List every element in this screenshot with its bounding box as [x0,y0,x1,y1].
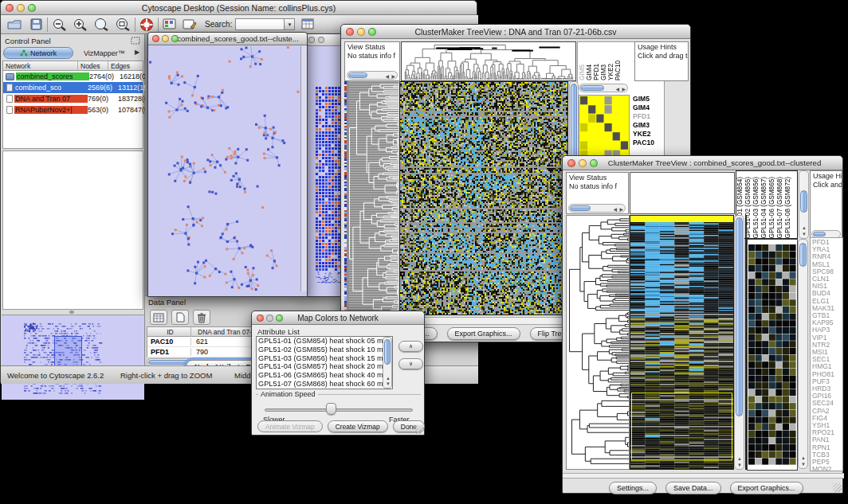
inactive-minimize-button[interactable] [318,37,324,43]
resize-grip[interactable] [414,425,423,434]
dialog-button[interactable]: Create Vizmap [328,420,388,432]
network-row[interactable]: combined_scores 2764(0) 16218(0) [3,71,143,82]
network-graph-canvas[interactable] [149,46,300,291]
attribute-option[interactable]: GPL51-04 (GSM857) heat shock 20 min [257,362,392,371]
scroll-up-arrow[interactable]: ▲ [737,456,742,461]
search-input[interactable] [235,18,285,30]
zoom-selected-icon[interactable] [93,18,109,32]
treeview1-status-hscrollbar[interactable]: ◀ ▶ [347,71,398,80]
zoom-button[interactable] [171,35,179,42]
new-attribute-button[interactable] [171,310,189,325]
zoom-button[interactable] [368,28,376,36]
inactive-close-button[interactable] [308,37,315,43]
treeview2-zoom-heatmap-canvas[interactable] [747,239,798,471]
column-label[interactable]: YKE2 [607,64,614,80]
tab-vizmapper[interactable]: VizMapper™ [84,49,125,57]
tab-overflow-arrow[interactable]: ▶ [135,49,139,56]
scroll-left-arrow[interactable]: ◀ [613,207,617,212]
dialog-controls[interactable] [257,315,283,322]
row-label[interactable]: GIM4 [633,104,654,112]
scroll-thumb[interactable] [736,217,743,416]
attribute-list-vscrollbar[interactable]: ▲ ▼ [383,337,392,389]
snapshot-icon[interactable] [183,18,197,31]
scroll-up-arrow[interactable]: ▲ [801,455,806,460]
close-button[interactable] [152,35,159,42]
column-label[interactable]: PAC10 [614,61,622,80]
close-button[interactable] [346,28,354,36]
scroll-down-arrow[interactable]: ▼ [386,381,391,386]
minimize-button[interactable] [17,4,25,12]
minimize-button[interactable] [357,28,365,36]
close-button[interactable] [257,315,264,322]
zoom-button[interactable] [276,315,283,322]
treeview2-controls[interactable] [567,159,598,167]
save-icon[interactable] [29,18,43,31]
treeview2-column-dendrogram[interactable] [630,172,735,214]
treeview1-controls[interactable] [346,28,376,36]
scroll-thumb[interactable] [384,339,391,365]
dialog-titlebar[interactable]: Map Colors to Network [252,311,424,325]
attribute-option[interactable]: GPL51-03 (GSM856) heat shock 15 min [257,354,392,363]
treeview2-titlebar[interactable]: ClusterMaker TreeView : combined_scores_… [563,156,842,170]
import-table-icon[interactable] [301,18,316,31]
minimize-button[interactable] [579,159,587,167]
scroll-up-arrow[interactable]: ▲ [386,376,391,381]
row-label[interactable]: PAC10 [633,139,654,147]
minimize-button[interactable] [162,35,169,42]
network-row[interactable]: DNA and Tran 07 769(0) 183728(0) [3,93,143,104]
scroll-left-arrow[interactable]: ◀ [615,87,619,92]
treeview2-button[interactable]: Save Data... [665,482,721,494]
scroll-right-arrow[interactable]: ▶ [619,207,623,212]
row-label[interactable]: GIM5 [633,95,654,104]
zoom-in-icon[interactable] [73,18,88,32]
move-up-button[interactable]: ∧ [398,341,423,352]
search-dropdown-button[interactable]: ▼ [285,18,295,30]
column-label[interactable]: GPL51-08 (GSM872) [784,177,792,238]
open-folder-icon[interactable] [7,18,22,31]
scroll-thumb[interactable] [580,85,604,91]
treeview2-heatmap-canvas[interactable] [630,215,734,470]
scroll-thumb[interactable] [799,243,807,267]
treeview1-heatmap-canvas[interactable] [399,81,568,315]
zoom-button[interactable] [590,159,598,167]
treeview1-zoom-hscrollbar[interactable]: ◀ ▶ [579,84,628,92]
scroll-thumb[interactable] [348,72,367,78]
panel-layout-icon[interactable] [163,18,177,31]
column-label[interactable]: PFD1 [593,64,600,80]
attribute-option[interactable]: GPL51-01 (GSM854) heat shock 05 min [257,337,392,346]
gene-label[interactable]: MON2 [812,466,842,471]
window-controls[interactable] [6,4,36,12]
main-titlebar[interactable]: Cytoscape Desktop (Session Name: collins… [1,1,477,15]
close-button[interactable] [567,159,575,167]
network-row[interactable]: combined_sco 2569(6) 13112(15) [3,82,143,93]
scroll-right-arrow[interactable]: ▶ [391,74,395,79]
treeview1-column-dendrogram[interactable] [401,41,576,81]
row-label[interactable]: PFD1 [633,112,654,121]
column-label[interactable]: GPL51-07 (GSM868) [776,177,784,238]
scroll-down-arrow[interactable]: ▼ [737,463,742,467]
float-panel-icon[interactable] [131,37,140,45]
attribute-option[interactable]: GPL51-06 (GSM865) heat shock 40 min [257,371,392,380]
scroll-left-arrow[interactable]: ◀ [385,74,389,79]
column-label[interactable]: GPL51-03 (GSM856) [752,177,760,238]
row-label[interactable]: YKE2 [633,130,654,139]
resize-grip[interactable] [833,483,842,492]
column-label[interactable]: GIM4 [586,64,593,80]
network-view-controls[interactable] [152,35,179,42]
treeview2-zoom-vscrollbar[interactable]: ▲ ▼ [798,239,808,469]
background-window-titlebar[interactable] [304,34,344,46]
speed-slider-track[interactable] [265,408,413,412]
scroll-up-arrow[interactable]: ▲ [802,225,807,230]
scroll-down-arrow[interactable]: ▼ [801,462,806,467]
help-lifesaver-icon[interactable] [139,18,154,32]
zoom-button[interactable] [28,4,36,12]
column-label[interactable]: GPL51-06 (GSM865) [768,177,776,238]
splitter-handle[interactable] [69,311,74,314]
scroll-thumb[interactable] [800,190,807,213]
attribute-option[interactable]: GPL51-02 (GSM855) heat shock 10 min [257,346,392,354]
treeview2-labels-vscrollbar[interactable]: ▲ ▼ [799,170,809,239]
treeview1-row-dendrogram-canvas[interactable] [344,81,398,315]
network-overview-canvas[interactable] [2,315,144,400]
column-label[interactable]: GPL51-04 (GSM857) [760,177,768,238]
zoom-fit-icon[interactable] [115,18,131,32]
